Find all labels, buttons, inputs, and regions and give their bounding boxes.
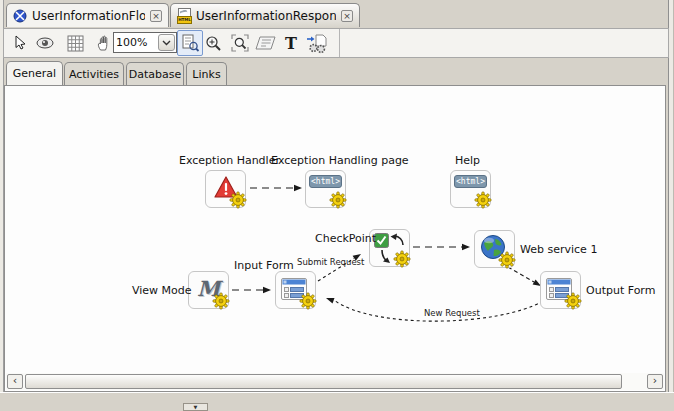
bottom-panel-strip: ▼ xyxy=(0,392,674,411)
gear-icon xyxy=(498,251,516,269)
collapse-panel-button[interactable]: ▼ xyxy=(183,403,208,411)
node-help[interactable]: <html> xyxy=(450,170,491,208)
toolbar: T xyxy=(3,28,669,58)
window-right-border xyxy=(668,0,674,392)
node-web-service[interactable] xyxy=(474,230,515,268)
node-view-mode[interactable]: M xyxy=(188,271,229,309)
tab-general[interactable]: General xyxy=(6,61,63,85)
doc-tab-userinformationresponse[interactable]: HTML UserInformationResponse_Message.xht… xyxy=(170,3,360,27)
node-exception-handler[interactable] xyxy=(205,170,246,208)
scrollbar-thumb[interactable] xyxy=(25,374,622,389)
generate-button[interactable] xyxy=(303,30,329,56)
html-file-icon: HTML xyxy=(177,8,191,24)
chevron-down-icon xyxy=(162,40,171,46)
html-badge: HTML xyxy=(177,16,192,24)
select-tool-button[interactable] xyxy=(6,30,32,56)
doc-tab-label: UserInformationFlow.xml xyxy=(32,9,145,23)
horizontal-scrollbar[interactable]: ‹ › xyxy=(6,373,664,390)
toolbar-separator xyxy=(339,29,340,57)
tab-links[interactable]: Links xyxy=(186,62,227,85)
node-output-form[interactable] xyxy=(540,271,581,309)
text-tool-button[interactable]: T xyxy=(278,30,304,56)
gear-icon xyxy=(474,191,492,209)
grid-icon xyxy=(67,35,84,52)
html-chip: <html> xyxy=(454,175,487,188)
scroll-left-button[interactable]: ‹ xyxy=(7,374,23,389)
gear-icon xyxy=(393,250,411,268)
node-label: Exception Handling page xyxy=(271,154,409,167)
zoom-area-icon xyxy=(230,33,250,53)
flow-editor-window: UserInformationFlow.xml × HTML UserInfor… xyxy=(0,0,674,411)
gear-icon xyxy=(212,292,230,310)
zoom-page-icon xyxy=(180,33,200,53)
close-icon[interactable]: × xyxy=(341,10,353,22)
node-label: Input Form xyxy=(234,259,294,272)
tab-activities[interactable]: Activities xyxy=(64,62,124,85)
tab-database[interactable]: Database xyxy=(126,62,184,85)
grid-tool-button[interactable] xyxy=(62,30,88,56)
zoom-level-input[interactable] xyxy=(116,34,156,51)
pointer-icon xyxy=(10,34,28,52)
node-input-form[interactable] xyxy=(275,271,316,309)
notes-view-button[interactable] xyxy=(252,30,278,56)
gear-icon xyxy=(229,191,247,209)
edge-label-new-request: New Request xyxy=(424,308,480,318)
edge-label-submit-request: Submit Request xyxy=(297,257,364,267)
scroll-right-button[interactable]: › xyxy=(647,374,663,389)
gear-icon xyxy=(564,292,582,310)
gear-icon xyxy=(299,292,317,310)
html-chip: <html> xyxy=(309,175,342,188)
zoom-level-combobox[interactable] xyxy=(113,32,177,53)
node-label: View Mode xyxy=(132,284,192,297)
zoom-dropdown-button[interactable] xyxy=(158,34,175,51)
doc-tab-userinformationflow[interactable]: UserInformationFlow.xml × xyxy=(6,3,169,27)
gear-icon xyxy=(329,191,347,209)
hand-icon xyxy=(95,34,113,52)
node-label: Help xyxy=(455,154,480,167)
close-icon[interactable]: × xyxy=(150,10,162,22)
node-label: CheckPoint xyxy=(315,232,376,245)
node-label: Exception Handler xyxy=(179,154,280,167)
node-label: Output Form xyxy=(586,284,655,297)
notes-icon xyxy=(255,35,276,52)
preview-tool-button[interactable] xyxy=(32,30,58,56)
zoom-area-button[interactable] xyxy=(227,30,253,56)
zoom-in-icon xyxy=(204,34,223,53)
eye-icon xyxy=(35,36,55,50)
node-exception-handling-page[interactable]: <html> xyxy=(305,170,346,208)
zoom-in-button[interactable] xyxy=(200,30,226,56)
doc-tab-label: UserInformationResponse_Message.xhtml xyxy=(196,9,336,23)
flow-file-icon xyxy=(13,9,27,23)
node-label: Web service 1 xyxy=(520,243,597,256)
generate-icon xyxy=(305,33,328,54)
text-tool-icon: T xyxy=(285,34,297,53)
